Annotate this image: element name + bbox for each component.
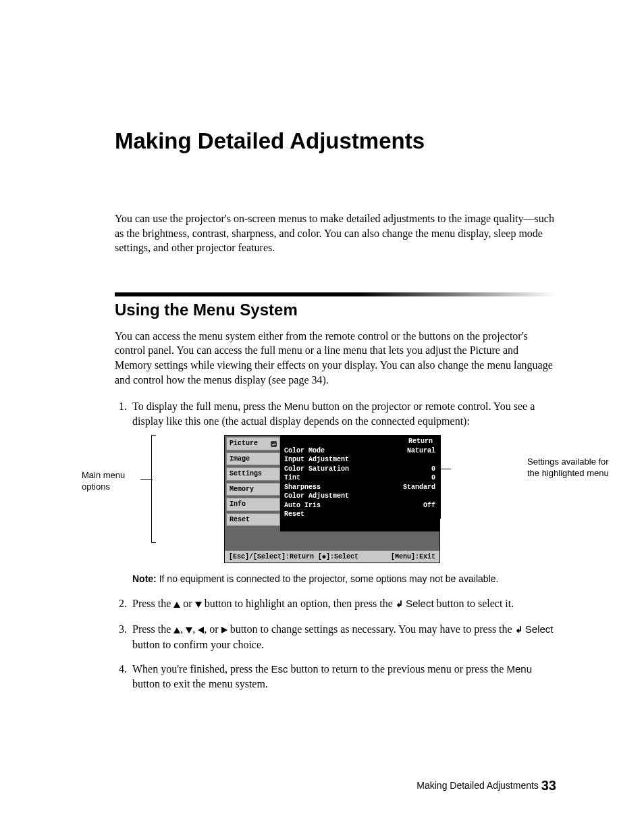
footer-text: Making Detailed Adjustments: [417, 780, 541, 791]
osd-tab-info: Info: [226, 498, 280, 511]
triangle-up-icon: [173, 602, 180, 608]
osd-row: Reset: [284, 510, 435, 519]
step-3-or: , or: [204, 623, 221, 635]
triangle-right-icon: [221, 627, 227, 633]
enter-icon: [515, 623, 522, 638]
step-3-text-b: button to change settings as necessary. …: [227, 623, 515, 635]
osd-row: Color Saturation0: [284, 465, 435, 474]
osd-row-label: Color Saturation: [284, 465, 349, 474]
osd-row: Tint0: [284, 473, 435, 483]
step-4-text-b: button to return to the previous menu or…: [288, 663, 507, 675]
osd-row-value: Off: [423, 501, 435, 511]
osd-box: Picture ↵ Image Settings Memory Info Res…: [224, 435, 440, 563]
osd-row-label: Color Adjustment: [284, 492, 349, 501]
osd-tab-label: Picture: [230, 439, 258, 448]
osd-row: Auto IrisOff: [284, 501, 435, 511]
step-3-text-c: button to confirm your choice.: [132, 639, 264, 650]
callout-right: Settings available for the highlighted m…: [527, 457, 622, 479]
triangle-left-icon: [198, 627, 204, 633]
osd-footer-left: [Esc]/[Select]:Return [◆]:Select: [229, 552, 358, 562]
select-label: Select: [522, 623, 554, 635]
note: Note: If no equipment is connected to th…: [132, 573, 556, 585]
page-title: Making Detailed Adjustments: [115, 128, 556, 154]
step-1-text-a: To display the full menu, press the: [132, 400, 284, 412]
step-3-comma-2: ,: [192, 623, 198, 635]
osd-row-value: Standard: [403, 483, 435, 492]
enter-icon: [396, 598, 403, 613]
triangle-down-icon: [186, 627, 192, 633]
osd-figure: Main menu options Settings available for…: [146, 435, 524, 563]
osd-row-label: Auto Iris: [284, 501, 321, 511]
step-3-comma-1: ,: [180, 623, 186, 635]
esc-label: Esc: [271, 663, 288, 675]
osd-tab-memory: Memory: [226, 483, 280, 496]
step-2-text-b: button to highlight an option, then pres…: [202, 598, 396, 609]
osd-row-value: 0: [431, 465, 435, 474]
page-number: 33: [541, 778, 556, 793]
section-heading: Using the Menu System: [115, 301, 556, 319]
osd-row: Color Adjustment: [284, 492, 435, 501]
osd-tab-settings: Settings: [226, 467, 280, 481]
osd-row: Color ModeNatural: [284, 446, 435, 456]
step-1: To display the full menu, press the Menu…: [130, 399, 556, 585]
note-label: Note:: [132, 573, 157, 584]
osd-spacer: [225, 531, 439, 550]
section-divider: [115, 292, 556, 296]
select-label: Select: [403, 598, 434, 609]
osd-row-value: 0: [431, 473, 435, 483]
bracket-left: [151, 435, 156, 543]
osd-row-value: Natural: [407, 446, 435, 456]
step-3-text-a: Press the: [132, 623, 173, 635]
osd-tab-image: Image: [226, 452, 280, 466]
step-2-text-a: Press the: [132, 598, 173, 609]
step-4: When you're finished, press the Esc butt…: [130, 662, 556, 691]
osd-footer: [Esc]/[Select]:Return [◆]:Select [Menu]:…: [225, 550, 439, 563]
note-text: If no equipment is connected to the proj…: [157, 573, 499, 584]
step-2-text-c: button to select it.: [434, 598, 514, 609]
step-2: Press the or button to highlight an opti…: [130, 596, 556, 613]
osd-footer-right: [Menu]:Exit: [391, 552, 435, 562]
section-body: You can access the menu system either fr…: [115, 329, 556, 387]
page-footer: Making Detailed Adjustments 33: [417, 778, 556, 793]
step-4-text-a: When you're finished, press the: [132, 663, 271, 675]
osd-row: SharpnessStandard: [284, 483, 435, 492]
osd-row-label: Input Adjustment: [284, 455, 349, 465]
osd-row-label: Reset: [284, 510, 304, 519]
enter-icon: ↵: [271, 441, 277, 447]
triangle-down-icon: [195, 602, 202, 608]
osd-tab-picture: Picture ↵: [226, 437, 280, 450]
step-2-or: or: [180, 598, 194, 609]
osd-row-label: Sharpness: [284, 483, 321, 492]
osd-row-label: Color Mode: [284, 446, 325, 456]
osd-tab-reset: Reset: [226, 513, 280, 527]
triangle-up-icon: [173, 627, 180, 633]
callout-left: Main menu options: [82, 470, 139, 493]
menu-label: Menu: [506, 663, 532, 675]
step-4-text-c: button to exit the menu system.: [132, 678, 268, 689]
intro-paragraph: You can use the projector's on-screen me…: [115, 211, 556, 255]
callout-line-right: [440, 469, 451, 469]
osd-panel: Return Color ModeNatural Input Adjustmen…: [280, 436, 439, 531]
menu-button-label: Menu: [284, 400, 310, 412]
osd-row: Input Adjustment: [284, 455, 435, 465]
osd-return: Return: [284, 437, 435, 446]
osd-tabs: Picture ↵ Image Settings Memory Info Res…: [225, 436, 280, 531]
osd-row-label: Tint: [284, 473, 300, 483]
step-3: Press the , , , or button to change sett…: [130, 622, 556, 652]
